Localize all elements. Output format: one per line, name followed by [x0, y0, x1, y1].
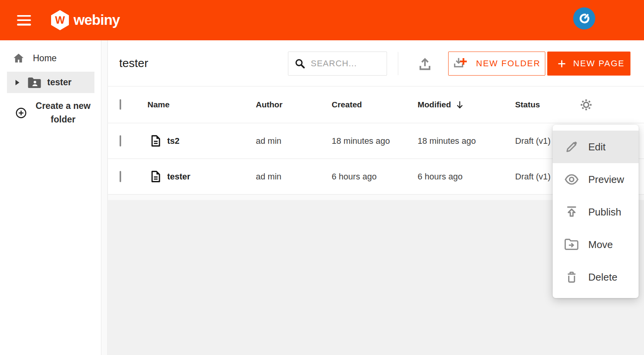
context-menu-item-edit[interactable]: Edit: [553, 131, 639, 163]
brand-name: webiny: [74, 12, 120, 28]
plus-icon: [557, 59, 567, 69]
page-modified: 6 hours ago: [418, 172, 507, 182]
column-header-modified[interactable]: Modified: [418, 100, 507, 110]
home-icon: [13, 52, 24, 64]
page-author: ad min: [256, 136, 332, 146]
select-all-checkbox[interactable]: [120, 99, 121, 110]
avatar[interactable]: [573, 7, 595, 29]
webiny-logo: W webiny: [51, 10, 120, 30]
gravatar-power-icon: [575, 10, 593, 27]
page-modified: 18 minutes ago: [418, 136, 507, 146]
scrollbar-track[interactable]: [102, 40, 108, 355]
logo-letter: W: [55, 14, 65, 26]
table-header-row: Name Author Created Modified Status: [108, 86, 644, 123]
table-settings-gear-icon[interactable]: [580, 99, 592, 111]
topbar: W webiny: [0, 0, 644, 40]
sidebar-item-home[interactable]: Home: [0, 48, 101, 68]
new-folder-button[interactable]: NEW FOLDER: [448, 52, 545, 76]
search-icon: [295, 58, 305, 69]
import-plus-icon: [453, 57, 471, 70]
search-box[interactable]: [288, 52, 387, 76]
context-menu-label: Edit: [588, 141, 606, 153]
page-name: ts2: [167, 136, 180, 146]
sort-descending-icon: [455, 100, 465, 110]
toolbar-divider: [398, 52, 398, 75]
sidebar-item-tester[interactable]: tester: [7, 72, 94, 93]
webiny-page-builder: W webiny Home: [0, 0, 644, 355]
sidebar-item-label: Create a new folder: [32, 99, 94, 126]
publish-icon: [564, 205, 579, 219]
search-input[interactable]: [311, 59, 379, 69]
folder-shared-icon: [27, 77, 42, 88]
page-title: tester: [119, 57, 148, 70]
new-folder-label: NEW FOLDER: [476, 59, 541, 69]
new-page-button[interactable]: NEW PAGE: [547, 52, 630, 76]
toolbar: tester: [108, 40, 644, 86]
context-menu-item-move[interactable]: Move: [553, 228, 639, 261]
context-menu-item-preview[interactable]: Preview: [553, 163, 639, 196]
context-menu-item-delete[interactable]: Delete: [553, 261, 639, 293]
context-menu-label: Preview: [588, 174, 624, 186]
page-created: 6 hours ago: [332, 172, 418, 182]
page-created: 18 minutes ago: [332, 136, 418, 146]
chevron-right-icon[interactable]: [15, 80, 19, 85]
pencil-icon: [564, 140, 579, 154]
column-header-author[interactable]: Author: [256, 100, 332, 109]
column-header-created[interactable]: Created: [332, 100, 418, 109]
webiny-logo-icon: W: [51, 10, 69, 30]
trash-icon: [564, 271, 579, 284]
column-header-name[interactable]: Name: [147, 100, 256, 109]
context-menu-label: Publish: [588, 206, 621, 218]
page-author: ad min: [256, 172, 332, 182]
sidebar-item-label: tester: [47, 77, 72, 88]
new-page-label: NEW PAGE: [573, 59, 625, 69]
export-pages-button[interactable]: [418, 57, 433, 72]
context-menu-item-publish[interactable]: Publish: [553, 196, 639, 228]
eye-icon: [564, 172, 579, 187]
document-icon: [151, 171, 161, 183]
context-menu-label: Delete: [588, 271, 617, 283]
column-header-status[interactable]: Status: [507, 100, 580, 109]
page-name: tester: [167, 172, 190, 182]
hamburger-menu-icon[interactable]: [17, 15, 31, 26]
sidebar: Home tester Create a new fold: [0, 40, 101, 355]
sidebar-item-label: Home: [33, 53, 57, 64]
folder-move-icon: [564, 238, 579, 251]
upload-icon: [418, 57, 433, 72]
plus-circle-icon: [15, 107, 27, 119]
document-icon: [151, 135, 161, 147]
row-checkbox[interactable]: [120, 135, 121, 146]
context-menu-label: Move: [588, 239, 613, 251]
sidebar-item-create-folder[interactable]: Create a new folder: [0, 99, 101, 126]
row-context-menu: Edit Preview Publish: [553, 125, 639, 298]
row-checkbox[interactable]: [120, 171, 121, 182]
